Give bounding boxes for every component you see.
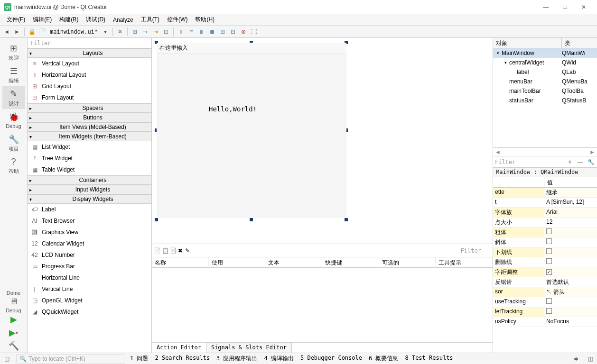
widget-calendar-widget[interactable]: 12Calendar Widget	[28, 238, 151, 249]
close-button[interactable]: ✕	[574, 0, 593, 14]
widget-qquickwidget[interactable]: ◢QQuickWidget	[28, 306, 151, 318]
action-filter[interactable]: Filter	[461, 247, 491, 254]
output-概要信息[interactable]: 6 概要信息	[369, 355, 398, 363]
mode-欢迎[interactable]: ⊞欢迎	[2, 41, 25, 64]
main-window-form[interactable]: 在这里输入 Hello,World!	[157, 43, 346, 218]
widget-grid-layout[interactable]: ⊞Grid Layout	[28, 81, 151, 92]
category-Spacers[interactable]: ▸Spacers	[28, 103, 151, 113]
action-list[interactable]	[152, 268, 493, 342]
edit-tab-order-icon[interactable]: ⊡	[161, 27, 171, 36]
prop-sor[interactable]: sor↖ 箭头	[493, 287, 597, 297]
widgetbox-filter[interactable]: Filter	[28, 38, 151, 48]
tab-signals-&-slots-editor[interactable]: Signals & Slots Editor	[206, 343, 292, 353]
ae-col-文本[interactable]: 文本	[265, 257, 322, 267]
layout-form-icon[interactable]: ⊟	[228, 27, 238, 36]
menu-编辑(E)[interactable]: 编辑(E)	[29, 15, 56, 25]
menu-Analyze[interactable]: Analyze	[109, 16, 137, 24]
obj-label[interactable]: labelQLab	[493, 67, 597, 77]
output-问题[interactable]: 1 问题	[130, 355, 148, 363]
prop-反锯齿[interactable]: 反锯齿首选默认	[493, 277, 597, 287]
widget-horizontal-line[interactable]: —Horizontal Line	[28, 272, 151, 283]
config-icon[interactable]: 🔧	[587, 158, 595, 166]
pe-col-name[interactable]	[493, 177, 544, 187]
ae-col-可选的[interactable]: 可选的	[379, 257, 436, 267]
mode-设计[interactable]: ✎设计	[2, 86, 25, 109]
menu-控件(W)[interactable]: 控件(W)	[163, 15, 191, 25]
category-Buttons[interactable]: ▸Buttons	[28, 113, 151, 122]
widget-text-browser[interactable]: AIText Browser	[28, 215, 151, 227]
layout-hsplit-icon[interactable]: ⫼	[197, 27, 206, 36]
lock-icon[interactable]: 🔒	[27, 27, 37, 36]
ae-col-使用[interactable]: 使用	[209, 257, 266, 267]
output-Search Results[interactable]: 2 Search Results	[155, 355, 210, 363]
adjust-size-icon[interactable]: ⛶	[249, 27, 259, 36]
file-label[interactable]: mainwindow.ui*	[48, 28, 100, 35]
layout-grid-icon[interactable]: ⊞	[218, 27, 227, 36]
paste-action-icon[interactable]: 📑	[170, 247, 177, 254]
category-Item Views (Model-Based)[interactable]: ▸Item Views (Model-Based)	[28, 122, 151, 132]
prop-useTracking[interactable]: useTracking	[493, 297, 597, 307]
ae-col-名称[interactable]: 名称	[152, 257, 209, 267]
prop-ette[interactable]: ette继承	[493, 188, 597, 198]
pe-col-value[interactable]: 值	[544, 177, 556, 187]
maximize-button[interactable]: ☐	[555, 0, 574, 14]
oi-col-class[interactable]: 类	[562, 38, 573, 48]
dropdown-icon[interactable]: ▾	[101, 27, 110, 36]
widget-horizontal-layout[interactable]: ⦀Horizontal Layout	[28, 69, 151, 81]
widget-vertical-line[interactable]: |Vertical Line	[28, 283, 151, 295]
form-canvas[interactable]: 在这里输入 Hello,World!	[152, 38, 493, 244]
prop-字距调整[interactable]: 字距调整✓	[493, 267, 597, 277]
break-layout-icon[interactable]: ⊗	[239, 27, 248, 36]
toggle-sidebar-icon[interactable]: ◫	[2, 355, 11, 362]
widget-list-widget[interactable]: ▤List Widget	[28, 141, 151, 153]
widget-label[interactable]: 🏷Label	[28, 204, 151, 215]
widget-lcd-number[interactable]: 42LCD Number	[28, 249, 151, 261]
widget-form-layout[interactable]: ⊟Form Layout	[28, 92, 151, 103]
menu-帮助(H)[interactable]: 帮助(H)	[191, 15, 218, 25]
delete-action-icon[interactable]: ✖	[178, 247, 183, 254]
prop-usPolicy[interactable]: usPolicyNoFocus	[493, 317, 597, 327]
prop-t[interactable]: tA [SimSun, 12]	[493, 198, 597, 208]
run-button[interactable]: ▶	[5, 313, 22, 326]
obj-centralWidget[interactable]: ▾centralWidgetQWid	[493, 58, 597, 67]
widget-progress-bar[interactable]: ▭Progress Bar	[28, 261, 151, 272]
oi-scrollbar[interactable]: ◄►	[493, 147, 597, 156]
back-button[interactable]: ◄	[2, 27, 11, 36]
layout-h-icon[interactable]: ⦀	[176, 27, 186, 36]
widget-opengl-widget[interactable]: ◳OpenGL Widget	[28, 295, 151, 306]
edit-buddies-icon[interactable]: ⇥	[151, 27, 160, 36]
mode-项目[interactable]: 🔧项目	[2, 132, 25, 155]
copy-action-icon[interactable]: 📋	[162, 247, 169, 254]
menu-工具(T)[interactable]: 工具(T)	[137, 15, 163, 25]
target-selector[interactable]: Dome 🖥 Debug	[2, 290, 25, 313]
output-Debugger Console[interactable]: 5 Debugger Console	[300, 355, 362, 363]
output-dropdown-icon[interactable]: ≑	[571, 355, 581, 362]
category-Item Widgets (Item-Based)[interactable]: ▾Item Widgets (Item-Based)	[28, 132, 151, 141]
ae-col-工具提示[interactable]: 工具提示	[436, 257, 493, 267]
new-action-icon[interactable]: 📄	[154, 247, 161, 254]
locator-input[interactable]: 🔍 Type to locate (Ctrl+K)	[16, 354, 125, 364]
obj-menuBar[interactable]: menuBarQMenuBa	[493, 77, 597, 86]
layout-v-icon[interactable]: ≡	[187, 27, 196, 36]
menu-调试(D)[interactable]: 调试(D)	[82, 15, 109, 25]
mode-Debug[interactable]: 🐞Debug	[2, 109, 25, 132]
ae-col-快捷键[interactable]: 快捷键	[322, 257, 379, 267]
layout-vsplit-icon[interactable]: ≣	[207, 27, 217, 36]
obj-mainToolBar[interactable]: mainToolBarQToolBa	[493, 86, 597, 96]
close-file-button[interactable]: ✕	[115, 27, 125, 36]
tab-action-editor[interactable]: Action Editor	[152, 343, 206, 353]
category-Display Widgets[interactable]: ▾Display Widgets	[28, 194, 151, 204]
widget-vertical-layout[interactable]: ≡Vertical Layout	[28, 58, 151, 69]
prop-下划线[interactable]: 下划线	[493, 247, 597, 257]
oi-col-object[interactable]: 对象	[493, 38, 562, 48]
edit-widgets-icon[interactable]: ⊞	[130, 27, 140, 36]
prop-粗体[interactable]: 粗体	[493, 228, 597, 237]
category-Containers[interactable]: ▸Containers	[28, 175, 151, 185]
forward-button[interactable]: ►	[12, 27, 22, 36]
category-Input Widgets[interactable]: ▸Input Widgets	[28, 185, 151, 194]
mode-帮助[interactable]: ?帮助	[2, 155, 25, 177]
menu-构建(B)[interactable]: 构建(B)	[56, 15, 82, 25]
output-Test Results[interactable]: 8 Test Results	[405, 355, 453, 363]
prop-删除线[interactable]: 删除线	[493, 257, 597, 267]
label-widget[interactable]: Hello,World!	[209, 105, 257, 113]
